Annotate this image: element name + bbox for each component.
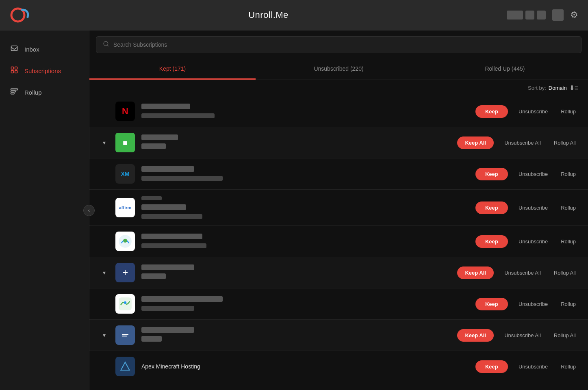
sort-label: Sort by: [528, 85, 546, 91]
group1-expand-icon[interactable]: ▾ [99, 138, 109, 147]
sidebar-item-subscriptions[interactable]: Subscriptions [0, 60, 89, 82]
view-btn-1[interactable] [507, 11, 523, 20]
sidebar-item-inbox[interactable]: Inbox [0, 39, 89, 60]
sub-name-group2a [141, 264, 194, 270]
sub-actions-xm: Keep Unsubscribe Rollup [475, 168, 578, 180]
rollup-button-agilysys[interactable]: Rollup [558, 237, 578, 246]
inbox-icon [10, 44, 19, 54]
rollup-all-button-group2[interactable]: Rollup All [551, 268, 578, 277]
content-area: Kept (171) Unsubscribed (220) Rolled Up … [89, 30, 588, 390]
group2-expand-icon[interactable]: ▾ [99, 268, 109, 277]
logo-netflix: N [115, 102, 135, 121]
rollup-all-button-group3[interactable]: Rollup All [551, 331, 578, 340]
tab-rolledup[interactable]: Rolled Up (445) [422, 59, 588, 80]
unsubscribe-all-button-group3[interactable]: Unsubscribe All [502, 331, 543, 340]
unsubscribe-all-button-group2[interactable]: Unsubscribe All [502, 268, 543, 277]
svg-rect-3 [15, 67, 17, 69]
keep-all-button-group2[interactable]: Keep All [457, 266, 494, 279]
sidebar-item-rollup[interactable]: Rollup [0, 82, 89, 103]
user-avatar [552, 9, 564, 21]
sub-name-top-affirm [141, 196, 162, 200]
sub-actions-netflix: Keep Unsubscribe Rollup [475, 105, 578, 118]
subscription-row-affirm: affirm Keep Unsubscribe Rollup [89, 190, 588, 226]
unsubscribe-button-agilysys[interactable]: Unsubscribe [516, 237, 550, 246]
keep-button-modern[interactable]: Keep [475, 298, 508, 310]
unsubscribe-button-xm[interactable]: Unsubscribe [516, 169, 550, 179]
sub-email-affirm [141, 214, 202, 219]
view-btn-2[interactable] [525, 11, 534, 20]
rollup-button-modern[interactable]: Rollup [558, 299, 578, 309]
svg-rect-17 [122, 336, 127, 336]
search-input[interactable] [113, 41, 575, 48]
subscription-row-apex: Apex Minecraft Hosting Keep Unsubscribe … [89, 351, 588, 382]
logo-xm: XM [115, 164, 135, 184]
sub-info-group1 [141, 134, 451, 151]
svg-rect-8 [11, 93, 14, 94]
rollup-icon [10, 87, 19, 98]
unsubscribe-button-modern[interactable]: Unsubscribe [516, 299, 550, 309]
app-logo-icon [10, 5, 30, 25]
header-title: Unroll.Me [248, 10, 289, 20]
svg-rect-15 [120, 330, 131, 341]
unsubscribe-all-button-group1[interactable]: Unsubscribe All [502, 138, 543, 147]
rollup-button-xm[interactable]: Rollup [558, 169, 578, 179]
tab-unsubscribed[interactable]: Unsubscribed (220) [256, 59, 422, 80]
sort-bar: Sort by: Domain ⬇≡ [89, 80, 588, 96]
settings-button[interactable]: ⚙ [570, 10, 578, 20]
sub-info-netflix [141, 104, 469, 119]
sub-info-xm [141, 166, 469, 182]
search-bar-container [89, 30, 588, 59]
view-toggle-group [507, 11, 546, 20]
subscription-list: N Keep Unsubscribe Rollup ▾ ■ [89, 96, 588, 390]
keep-button-apex[interactable]: Keep [475, 360, 508, 373]
keep-all-button-group1[interactable]: Keep All [457, 136, 494, 149]
sub-actions-agilysys: Keep Unsubscribe Rollup [475, 235, 578, 248]
tabs-container: Kept (171) Unsubscribed (220) Rolled Up … [89, 59, 588, 80]
logo-modern [115, 294, 135, 314]
view-btn-3[interactable] [537, 11, 546, 20]
rollup-button-affirm[interactable]: Rollup [558, 203, 578, 212]
unsubscribe-button-affirm[interactable]: Unsubscribe [516, 203, 550, 212]
subscription-row-group1: ▾ ■ Keep All Unsubscribe All Rollup All [89, 127, 588, 158]
subscription-row-group2: ▾ Keep All Unsubscribe All Rollup All [89, 257, 588, 288]
svg-rect-4 [11, 71, 14, 73]
sub-name-group1a [141, 134, 178, 140]
sidebar-label-rollup: Rollup [24, 89, 42, 96]
keep-all-button-group3[interactable]: Keep All [457, 329, 494, 342]
sub-info-modern [141, 296, 469, 312]
group3-expand-icon[interactable]: ▾ [99, 330, 109, 340]
keep-button-xm[interactable]: Keep [475, 168, 508, 180]
sort-value[interactable]: Domain [549, 85, 567, 91]
sub-name-modern [141, 296, 223, 302]
sub-actions-group1: Keep All Unsubscribe All Rollup All [457, 136, 578, 149]
sub-actions-affirm: Keep Unsubscribe Rollup [475, 202, 578, 214]
sub-name-affirm [141, 204, 186, 210]
rollup-button-apex[interactable]: Rollup [558, 362, 578, 371]
logo-agilysys [115, 232, 135, 251]
svg-point-14 [124, 301, 126, 304]
sub-info-agilysys [141, 234, 469, 249]
subscription-row-modern: Keep Unsubscribe Rollup [89, 288, 588, 320]
svg-rect-2 [11, 67, 14, 69]
keep-button-agilysys[interactable]: Keep [475, 235, 508, 248]
tab-kept[interactable]: Kept (171) [89, 59, 256, 80]
unsubscribe-button-netflix[interactable]: Unsubscribe [516, 107, 550, 116]
main-layout: Inbox Subscriptions Rollup [0, 30, 588, 390]
sub-email-xm [141, 176, 223, 181]
sort-direction-icon[interactable]: ⬇≡ [569, 84, 578, 92]
sidebar-collapse-button[interactable]: ‹ [83, 205, 95, 216]
unsubscribe-button-apex[interactable]: Unsubscribe [516, 362, 550, 371]
subscription-row-xm: XM Keep Unsubscribe Rollup [89, 158, 588, 190]
sidebar: Inbox Subscriptions Rollup [0, 30, 89, 390]
sub-name-group3b [141, 336, 162, 342]
rollup-button-netflix[interactable]: Rollup [558, 107, 578, 116]
rollup-all-button-group1[interactable]: Rollup All [551, 138, 578, 147]
header-controls: ⚙ [507, 9, 578, 21]
sub-name-apex: Apex Minecraft Hosting [141, 363, 469, 370]
svg-rect-16 [122, 334, 128, 335]
sub-name-group1b [141, 143, 166, 149]
app-header: Unroll.Me ⚙ [0, 0, 588, 30]
keep-button-netflix[interactable]: Keep [475, 105, 508, 118]
sub-actions-modern: Keep Unsubscribe Rollup [475, 298, 578, 310]
keep-button-affirm[interactable]: Keep [475, 202, 508, 214]
